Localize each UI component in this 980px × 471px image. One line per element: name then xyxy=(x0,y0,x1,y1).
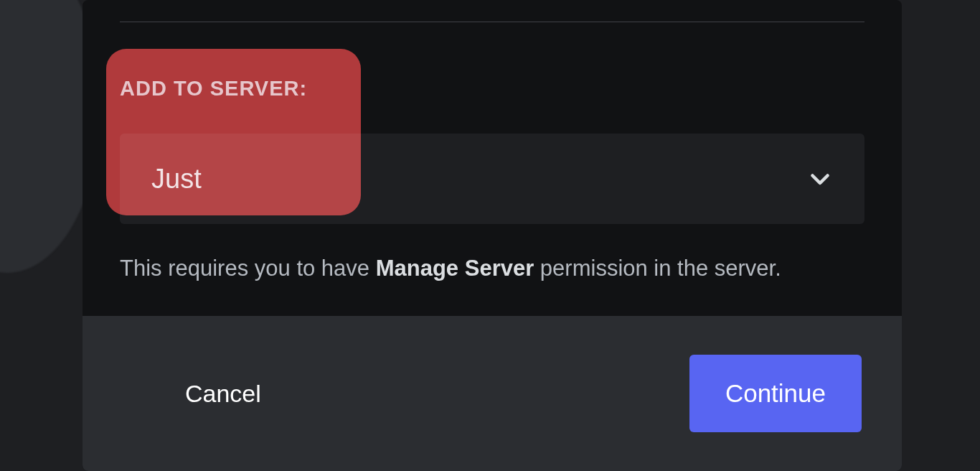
modal-body: ADD TO SERVER: Just This requires you to… xyxy=(83,0,902,316)
field-label-add-to-server: ADD TO SERVER: xyxy=(120,77,864,101)
permission-note-suffix: permission in the server. xyxy=(534,256,781,281)
chevron-down-icon xyxy=(807,166,833,192)
add-to-server-modal: ADD TO SERVER: Just This requires you to… xyxy=(83,0,902,471)
server-select[interactable]: Just xyxy=(120,134,864,224)
permission-note: This requires you to have Manage Server … xyxy=(120,254,864,283)
cancel-button[interactable]: Cancel xyxy=(179,367,267,421)
permission-name: Manage Server xyxy=(376,256,534,281)
server-select-value: Just xyxy=(151,164,202,195)
divider xyxy=(120,22,864,22)
modal-footer: Cancel Continue xyxy=(83,316,902,471)
continue-button[interactable]: Continue xyxy=(689,355,862,432)
permission-note-prefix: This requires you to have xyxy=(120,256,376,281)
